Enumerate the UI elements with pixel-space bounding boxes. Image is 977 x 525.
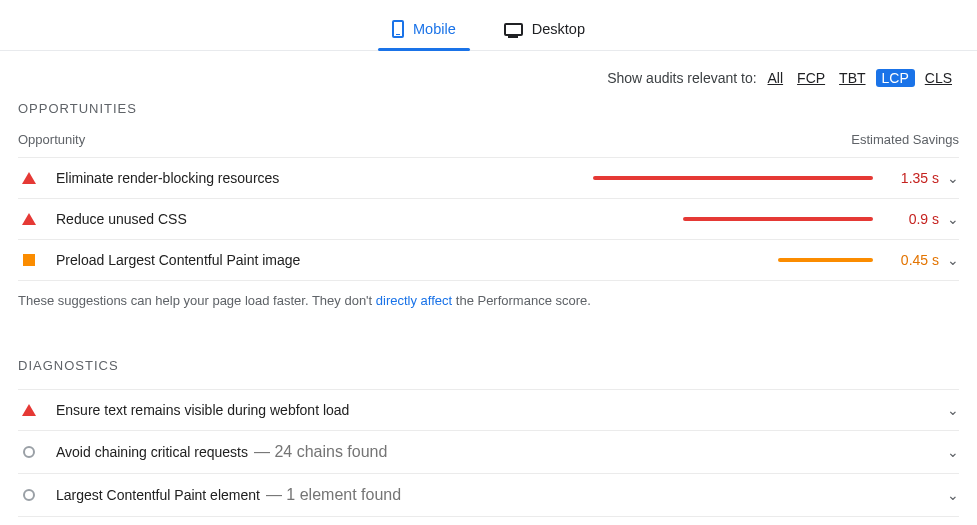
- opportunities-title: OPPORTUNITIES: [18, 101, 959, 116]
- savings-bar: [778, 258, 873, 262]
- hint-after: the Performance score.: [452, 293, 591, 308]
- diagnostic-row[interactable]: Avoid chaining critical requests — 24 ch…: [18, 430, 959, 473]
- opportunities-header: Opportunity Estimated Savings: [18, 132, 959, 147]
- tab-desktop[interactable]: Desktop: [500, 14, 589, 50]
- savings-value: 0.9 s: [883, 211, 939, 227]
- savings-bar-wrap: [593, 217, 873, 221]
- diagnostic-sublabel: — 1 element found: [266, 486, 401, 504]
- diagnostic-sublabel: — 24 chains found: [254, 443, 387, 461]
- filter-all[interactable]: All: [764, 70, 788, 86]
- chevron-down-icon: ⌄: [947, 170, 959, 186]
- col-opportunity: Opportunity: [18, 132, 85, 147]
- hint-before: These suggestions can help your page loa…: [18, 293, 376, 308]
- savings-value: 1.35 s: [883, 170, 939, 186]
- filter-tbt[interactable]: TBT: [835, 70, 869, 86]
- filter-lcp[interactable]: LCP: [876, 69, 915, 87]
- chevron-down-icon: ⌄: [947, 211, 959, 227]
- diagnostic-row[interactable]: Ensure text remains visible during webfo…: [18, 389, 959, 430]
- fail-triangle-icon: [22, 172, 36, 184]
- chevron-down-icon: ⌄: [947, 444, 959, 460]
- info-circle-icon: [22, 446, 36, 458]
- fail-triangle-icon: [22, 404, 36, 416]
- diagnostic-row[interactable]: Largest Contentful Paint element — 1 ele…: [18, 473, 959, 517]
- info-circle-icon: [22, 489, 36, 501]
- opportunity-label: Reduce unused CSS: [56, 211, 593, 227]
- chevron-down-icon: ⌄: [947, 252, 959, 268]
- savings-bar: [683, 217, 873, 221]
- diagnostic-label: Avoid chaining critical requests: [56, 444, 248, 460]
- diagnostic-label: Largest Contentful Paint element: [56, 487, 260, 503]
- opportunity-label: Preload Largest Contentful Paint image: [56, 252, 593, 268]
- mobile-icon: [392, 20, 404, 38]
- tab-mobile-label: Mobile: [413, 21, 456, 37]
- tab-desktop-label: Desktop: [532, 21, 585, 37]
- savings-bar: [593, 176, 873, 180]
- savings-value: 0.45 s: [883, 252, 939, 268]
- filter-cls[interactable]: CLS: [921, 70, 956, 86]
- fail-triangle-icon: [22, 213, 36, 225]
- device-tabs: Mobile Desktop: [0, 0, 977, 51]
- diagnostics-title: DIAGNOSTICS: [18, 358, 959, 373]
- savings-bar-wrap: [593, 258, 873, 262]
- opportunity-row[interactable]: Reduce unused CSS0.9 s⌄: [18, 198, 959, 239]
- opportunity-row[interactable]: Eliminate render-blocking resources1.35 …: [18, 157, 959, 198]
- filter-label: Show audits relevant to:: [607, 70, 756, 86]
- tab-mobile[interactable]: Mobile: [388, 14, 460, 50]
- chevron-down-icon: ⌄: [947, 402, 959, 418]
- hint-link[interactable]: directly affect: [376, 293, 452, 308]
- audit-filter-row: Show audits relevant to: AllFCPTBTLCPCLS: [18, 51, 959, 101]
- savings-bar-wrap: [593, 176, 873, 180]
- warn-square-icon: [22, 254, 36, 266]
- opportunity-row[interactable]: Preload Largest Contentful Paint image0.…: [18, 239, 959, 281]
- opportunities-hint: These suggestions can help your page loa…: [18, 293, 959, 308]
- opportunity-label: Eliminate render-blocking resources: [56, 170, 593, 186]
- col-savings: Estimated Savings: [851, 132, 959, 147]
- filter-fcp[interactable]: FCP: [793, 70, 829, 86]
- desktop-icon: [504, 23, 523, 36]
- diagnostic-label: Ensure text remains visible during webfo…: [56, 402, 349, 418]
- chevron-down-icon: ⌄: [947, 487, 959, 503]
